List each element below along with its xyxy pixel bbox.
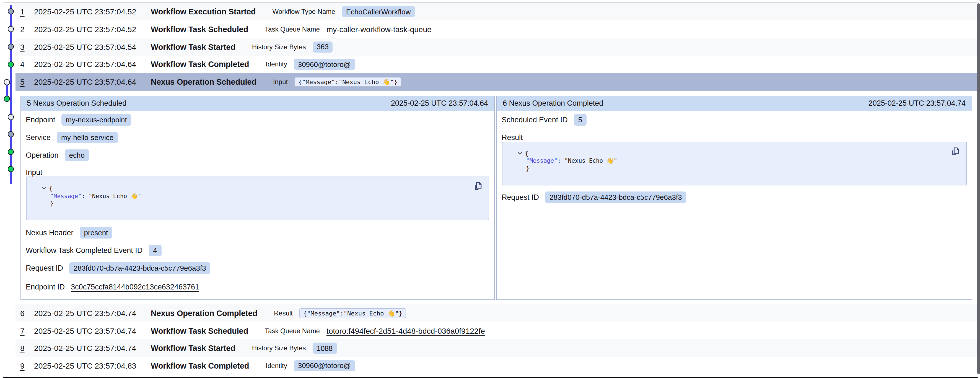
timeline-event-dot[interactable]: [8, 131, 14, 137]
field-value-badge: my-nexus-endpoint: [61, 114, 131, 126]
event-row-3[interactable]: 3 2025-02-25 UTC 23:57:04.54 Workflow Ta…: [15, 38, 977, 56]
event-row-1[interactable]: 1 2025-02-25 UTC 23:57:04.52 Workflow Ex…: [15, 3, 977, 21]
timeline-event-dot[interactable]: [8, 43, 14, 49]
timeline-event-dot[interactable]: [8, 8, 14, 14]
event-name: Nexus Operation Scheduled: [151, 78, 256, 86]
event-row-2[interactable]: 2 2025-02-25 UTC 23:57:04.52 Workflow Ta…: [15, 21, 977, 38]
event-id-link[interactable]: 2: [20, 25, 25, 34]
result-json-viewer: { "Message": "Nexus Echo 👋" }: [502, 141, 967, 185]
detail-badge: 30960@totoro@: [294, 59, 355, 70]
event-detail-label: Input: [273, 78, 288, 86]
event-detail-label: Workflow Type Name: [272, 8, 335, 16]
event-5-detail-panel: 5 Nexus Operation Scheduled 2025-02-25 U…: [20, 96, 495, 300]
event-timestamp: 2025-02-25 UTC 23:57:04.52: [34, 25, 151, 34]
timeline-event-dot[interactable]: [8, 148, 14, 155]
event-id-link[interactable]: 6: [20, 309, 25, 318]
field-row-nexus-header: Nexus Header present: [26, 223, 489, 241]
event-id-link[interactable]: 4: [20, 60, 25, 69]
event-timestamp: 2025-02-25 UTC 23:57:04.74: [34, 326, 151, 335]
event-detail-label: Result: [274, 309, 293, 317]
field-row-request-id: Request ID 283fd070-d57a-4423-bdca-c5c77…: [502, 188, 967, 206]
workflow-history-screen: 1 2025-02-25 UTC 23:57:04.52 Workflow Ex…: [0, 0, 980, 378]
json-line: }: [509, 165, 966, 172]
event-detail-value: 30960@totoro@: [294, 360, 355, 372]
json-value: "Nexus Echo 👋": [89, 192, 142, 199]
event-id-link[interactable]: 9: [20, 361, 25, 370]
input-section-label: Input: [26, 164, 489, 177]
panel-title: 5 Nexus Operation Scheduled: [27, 99, 126, 108]
json-line: "Message": "Nexus Echo 👋": [509, 157, 966, 165]
task-queue-link[interactable]: totoro:f494fecf-2d51-4d48-bdcd-036a0f912…: [326, 326, 485, 335]
event-row-7[interactable]: 7 2025-02-25 UTC 23:57:04.74 Workflow Ta…: [15, 322, 977, 339]
field-value-badge: my-hello-service: [57, 132, 118, 144]
field-value-badge: 283fd070-d57a-4423-bdca-c5c779e6a3f3: [545, 191, 686, 203]
field-row-endpoint-id: Endpoint ID 3c0c75ccfa8144b092c13ce63246…: [26, 277, 489, 297]
event-id-link[interactable]: 3: [20, 42, 25, 51]
result-section-label: Result: [502, 129, 967, 141]
field-label: Operation: [26, 151, 59, 159]
event-id-link[interactable]: 1: [20, 8, 25, 16]
timeline-event-dot[interactable]: [4, 96, 10, 102]
event-detail-label: Task Queue Name: [265, 327, 320, 335]
timeline-event-dot[interactable]: [8, 61, 14, 67]
event-detail-label: Task Queue Name: [265, 26, 320, 33]
panel-timestamp: 2025-02-25 UTC 23:57:04.64: [391, 99, 488, 108]
endpoint-id-link[interactable]: 3c0c75ccfa8144b092c13ce632463761: [71, 282, 199, 291]
event-row-4[interactable]: 4 2025-02-25 UTC 23:57:04.64 Workflow Ta…: [15, 56, 977, 73]
event-row-5-selected[interactable]: 5 2025-02-25 UTC 23:57:04.64 Nexus Opera…: [15, 73, 977, 91]
event-name: Workflow Task Scheduled: [151, 25, 248, 34]
field-row-request-id: Request ID 283fd070-d57a-4423-bdca-c5c77…: [26, 259, 489, 277]
detail-badge: 1088: [312, 343, 337, 354]
field-label: Request ID: [502, 193, 539, 201]
event-5-panel-header: 5 Nexus Operation Scheduled 2025-02-25 U…: [21, 96, 494, 111]
json-line: {: [509, 149, 966, 157]
chevron-down-icon[interactable]: [41, 184, 46, 192]
detail-badge: 363: [312, 41, 332, 52]
field-label: Service: [26, 133, 51, 142]
field-label: Endpoint ID: [26, 282, 65, 291]
event-timestamp: 2025-02-25 UTC 23:57:04.52: [34, 8, 151, 16]
json-line: "Message": "Nexus Echo 👋": [33, 192, 488, 200]
json-value: "Nexus Echo 👋": [565, 157, 617, 164]
timeline-event-dot[interactable]: [8, 166, 14, 172]
timeline-event-dot[interactable]: [8, 114, 14, 120]
field-value-badge: 5: [574, 114, 587, 126]
event-detail-label: History Size Bytes: [252, 344, 306, 352]
event-id-link[interactable]: 8: [20, 344, 25, 352]
event-detail-value: EchoCallerWorkflow: [342, 6, 415, 18]
vertical-scrollbar[interactable]: [977, 3, 980, 374]
event-row-9[interactable]: 9 2025-02-25 UTC 23:57:04.83 Workflow Ta…: [15, 357, 977, 375]
task-queue-link[interactable]: my-caller-workflow-task-queue: [326, 25, 432, 34]
json-payload-chip: {"Message":"Nexus Echo 👋"}: [299, 308, 406, 318]
field-label: Endpoint: [26, 116, 55, 124]
event-5-panel-body: Endpoint my-nexus-endpoint Service my-he…: [21, 111, 494, 297]
event-row-6[interactable]: 6 2025-02-25 UTC 23:57:04.74 Nexus Opera…: [15, 305, 977, 322]
event-id-link[interactable]: 5: [20, 78, 25, 86]
event-detail-value: {"Message":"Nexus Echo 👋"}: [294, 77, 401, 87]
event-row-8[interactable]: 8 2025-02-25 UTC 23:57:04.74 Workflow Ta…: [15, 340, 977, 357]
field-row-operation: Operation echo: [26, 147, 489, 164]
field-value-badge: echo: [65, 149, 89, 161]
timeline-line: [10, 5, 12, 184]
event-detail-label: Identity: [266, 362, 287, 370]
chevron-down-icon[interactable]: [517, 149, 522, 156]
copy-icon[interactable]: [474, 182, 482, 191]
event-id-cell: 6: [15, 309, 34, 318]
event-id-link[interactable]: 7: [20, 326, 25, 335]
field-label: Nexus Header: [26, 228, 73, 237]
json-key: "Message": [526, 157, 557, 164]
event-detail-label: Identity: [266, 61, 287, 69]
event-timestamp: 2025-02-25 UTC 23:57:04.64: [34, 78, 151, 86]
copy-icon[interactable]: [951, 147, 960, 156]
event-name: Workflow Execution Started: [151, 8, 256, 16]
event-name: Workflow Task Started: [151, 42, 235, 51]
event-name: Workflow Task Completed: [151, 361, 249, 370]
field-value-badge: 4: [149, 244, 161, 256]
timeline-event-dot[interactable]: [8, 26, 14, 32]
field-value-badge: present: [80, 226, 113, 238]
timeline-event-dot[interactable]: [4, 79, 10, 85]
field-label: Scheduled Event ID: [502, 116, 568, 124]
event-name: Workflow Task Started: [151, 344, 235, 352]
event-detail-value: 30960@totoro@: [294, 59, 355, 70]
event-detail-value: {"Message":"Nexus Echo 👋"}: [299, 308, 406, 318]
